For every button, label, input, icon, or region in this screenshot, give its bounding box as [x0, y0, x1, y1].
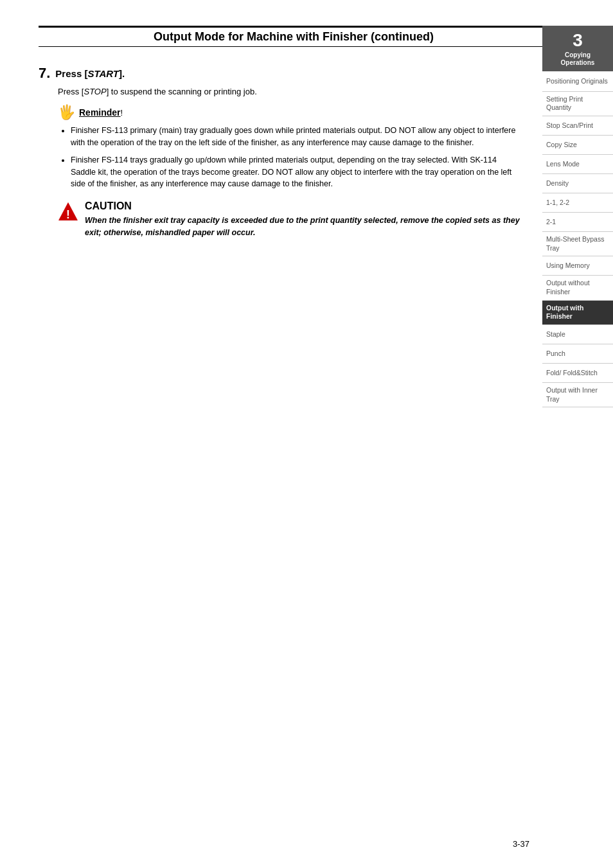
- sidebar-item-positioning[interactable]: Positioning Originals: [542, 73, 613, 92]
- reminder-exclamation: !: [121, 108, 123, 118]
- sidebar-item-inner-tray[interactable]: Output with Inner Tray: [542, 383, 613, 407]
- chapter-label: CopyingOperations: [561, 51, 595, 66]
- step-number: 7.: [39, 65, 50, 82]
- sidebar-item-copy-size[interactable]: Copy Size: [542, 136, 613, 155]
- sidebar-item-staple[interactable]: Staple: [542, 325, 613, 344]
- sidebar-item-output-no-finisher[interactable]: Output without Finisher: [542, 276, 613, 300]
- caution-text: When the finisher exit tray capacity is …: [85, 215, 523, 239]
- reminder-header: 🖐 Reminder!: [58, 104, 523, 121]
- sidebar-item-memory[interactable]: Using Memory: [542, 256, 613, 276]
- main-content: 7. Press [START]. Press [STOP] to suspen…: [0, 58, 536, 239]
- sidebar-item-1-1-2-2[interactable]: 1-1, 2-2: [542, 193, 613, 213]
- sidebar-item-density[interactable]: Density: [542, 174, 613, 193]
- sidebar-item-punch[interactable]: Punch: [542, 344, 613, 364]
- page-container: Output Mode for Machine with Finisher (c…: [0, 0, 613, 868]
- chapter-number: 3: [545, 31, 610, 51]
- svg-text:!: !: [66, 208, 70, 221]
- sidebar-item-bypass-tray[interactable]: Multi-Sheet Bypass Tray: [542, 232, 613, 256]
- step-heading: 7. Press [START].: [39, 65, 523, 82]
- sidebar-item-lens-mode[interactable]: Lens Mode: [542, 155, 613, 174]
- sidebar-item-output-with-finisher[interactable]: Output with Finisher: [542, 301, 613, 325]
- caution-title: CAUTION: [85, 200, 523, 212]
- page-title: Output Mode for Machine with Finisher (c…: [154, 30, 434, 43]
- reminder-bullet-1: Finisher FS-113 primary (main) tray grad…: [71, 125, 523, 149]
- header-line: Output Mode for Machine with Finisher (c…: [39, 26, 549, 47]
- sidebar-item-quantity[interactable]: Setting Print Quantity: [542, 92, 613, 116]
- reminder-bullet-2: Finisher FS-114 trays gradually go up/do…: [71, 154, 523, 190]
- reminder-icon: 🖐: [58, 104, 75, 121]
- sidebar-item-fold[interactable]: Fold/ Fold&Stitch: [542, 364, 613, 383]
- reminder-box: 🖐 Reminder! Finisher FS-113 primary (mai…: [58, 104, 523, 190]
- sidebar-item-stop[interactable]: Stop Scan/Print: [542, 116, 613, 136]
- reminder-title: Reminder: [79, 107, 121, 118]
- caution-box: ! CAUTION When the finisher exit tray ca…: [58, 200, 523, 239]
- sidebar: 3 CopyingOperations Positioning Original…: [542, 26, 613, 407]
- page-header: Output Mode for Machine with Finisher (c…: [0, 26, 613, 47]
- sidebar-item-2-1[interactable]: 2-1: [542, 213, 613, 232]
- step-subtext: Press [STOP] to suspend the scanning or …: [58, 87, 523, 96]
- step-text: Press [START].: [55, 65, 125, 80]
- chapter-tab: 3 CopyingOperations: [542, 26, 613, 71]
- page-number: 3-37: [513, 839, 529, 849]
- reminder-bullets: Finisher FS-113 primary (main) tray grad…: [71, 125, 523, 190]
- caution-content: CAUTION When the finisher exit tray capa…: [85, 200, 523, 239]
- caution-icon: !: [58, 202, 78, 222]
